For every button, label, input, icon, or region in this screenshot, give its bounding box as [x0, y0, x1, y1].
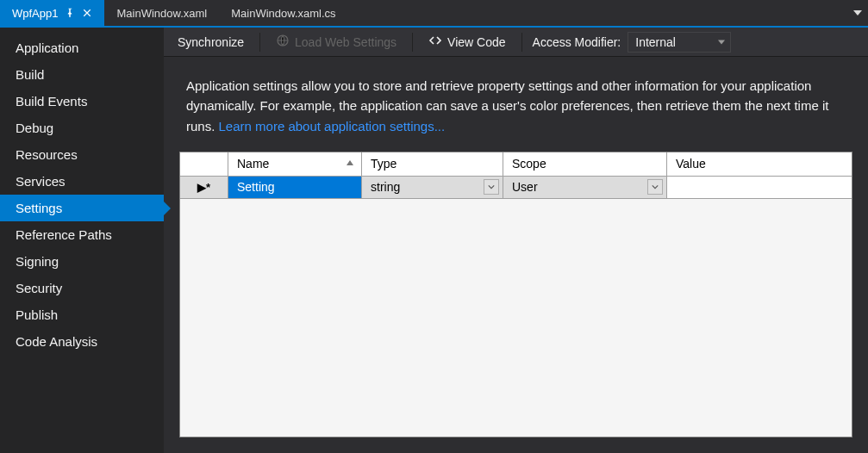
button-label: View Code — [447, 35, 505, 49]
chevron-down-icon — [652, 183, 659, 190]
tab-label: WpfApp1 — [12, 7, 58, 20]
settings-toolbar: Synchronize Load Web Settings View Code … — [164, 28, 868, 57]
code-icon — [428, 34, 442, 50]
separator — [412, 33, 413, 52]
sidebar-item-debug[interactable]: Debug — [0, 115, 164, 141]
sidebar-item-application[interactable]: Application — [0, 34, 164, 61]
column-header-name[interactable]: Name — [228, 152, 362, 176]
button-label: Load Web Settings — [295, 35, 397, 49]
pin-icon[interactable] — [65, 8, 75, 18]
sidebar-item-build-events[interactable]: Build Events — [0, 88, 164, 115]
tab-overflow-dropdown[interactable] — [847, 0, 868, 26]
synchronize-button[interactable]: Synchronize — [167, 32, 254, 53]
sidebar-item-build[interactable]: Build — [0, 61, 164, 88]
column-header-scope[interactable]: Scope — [503, 152, 667, 176]
cell-type[interactable]: string — [362, 177, 503, 198]
column-header-type[interactable]: Type — [362, 152, 503, 176]
sidebar-item-settings[interactable]: Settings — [0, 195, 164, 221]
chevron-down-icon — [718, 39, 725, 46]
sidebar-item-reference-paths[interactable]: Reference Paths — [0, 221, 164, 248]
document-tabbar: WpfApp1 MainWindow.xaml MainWindow.xaml.… — [0, 0, 868, 28]
sidebar-item-resources[interactable]: Resources — [0, 141, 164, 168]
tab-label: MainWindow.xaml — [116, 7, 207, 20]
sidebar-item-services[interactable]: Services — [0, 168, 164, 195]
type-dropdown-button[interactable] — [484, 179, 499, 195]
sidebar-item-publish[interactable]: Publish — [0, 301, 164, 328]
project-properties-sidebar: Application Build Build Events Debug Res… — [0, 28, 164, 453]
grid-row[interactable]: ▶* Setting string User — [180, 177, 852, 199]
new-row-glyph: ▶* — [197, 181, 210, 194]
column-header-value[interactable]: Value — [667, 152, 852, 176]
select-value: Internal — [635, 35, 676, 49]
load-web-settings-button: Load Web Settings — [265, 30, 407, 53]
sidebar-item-code-analysis[interactable]: Code Analysis — [0, 328, 164, 355]
globe-gear-icon — [276, 34, 290, 50]
access-modifier-select[interactable]: Internal — [628, 32, 731, 53]
settings-grid: Name Type Scope Value ▶* — [179, 152, 852, 437]
tab-mainwindow-xaml[interactable]: MainWindow.xaml — [104, 0, 219, 26]
separator — [259, 33, 260, 52]
row-header-corner — [180, 152, 228, 176]
cell-scope[interactable]: User — [503, 177, 667, 198]
cell-value[interactable] — [667, 177, 852, 198]
tab-mainwindow-xaml-cs[interactable]: MainWindow.xaml.cs — [219, 0, 347, 26]
row-indicator[interactable]: ▶* — [180, 177, 228, 198]
close-icon[interactable] — [82, 8, 92, 18]
scope-dropdown-button[interactable] — [647, 179, 663, 195]
tab-label: MainWindow.xaml.cs — [231, 7, 335, 20]
settings-description: Application settings allow you to store … — [164, 57, 868, 145]
access-modifier-label: Access Modifier: — [528, 35, 627, 49]
chevron-down-icon — [488, 183, 495, 190]
grid-header: Name Type Scope Value — [180, 152, 852, 177]
view-code-button[interactable]: View Code — [418, 30, 515, 53]
learn-more-link[interactable]: Learn more about application settings... — [219, 119, 446, 133]
sidebar-item-signing[interactable]: Signing — [0, 248, 164, 275]
tab-project-properties[interactable]: WpfApp1 — [0, 0, 104, 26]
sidebar-item-security[interactable]: Security — [0, 275, 164, 301]
grid-body: ▶* Setting string User — [180, 177, 852, 437]
separator — [521, 33, 522, 52]
cell-name[interactable]: Setting — [228, 177, 362, 198]
sort-asc-icon — [346, 157, 354, 171]
